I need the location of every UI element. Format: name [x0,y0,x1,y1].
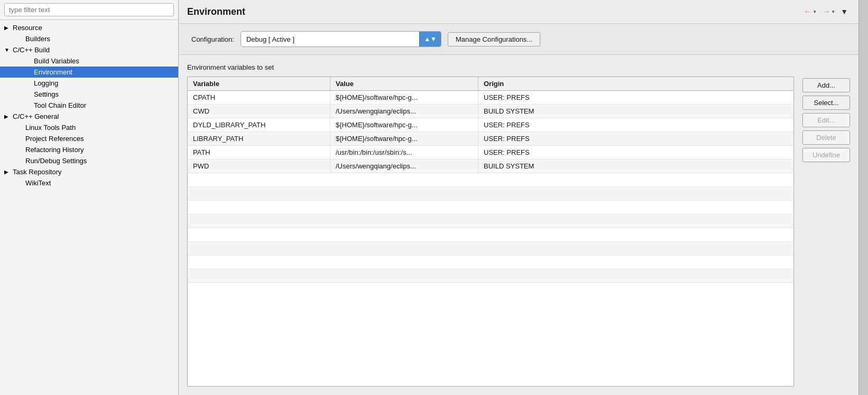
sidebar-item-resource[interactable]: ▶Resource [0,22,178,33]
sidebar-item-settings[interactable]: Settings [0,89,178,100]
cell-variable: CPATH [188,91,330,104]
sidebar-item-project-references[interactable]: Project References [0,133,178,144]
cell-value: /usr/bin:/bin:/usr/sbin:/s... [330,146,478,159]
empty-row [188,214,793,228]
add-button[interactable]: Add... [802,78,850,92]
sidebar-item-refactoring-history[interactable]: Refactoring History [0,144,178,155]
sidebar-item-label: C/C++ Build [13,46,50,54]
config-label: Configuration: [191,35,234,43]
table-body: CPATH${HOME}/software/hpc-g...USER: PREF… [188,91,793,283]
env-table: Variable Value Origin CPATH${HOME}/softw… [187,77,794,387]
table-row[interactable]: PATH/usr/bin:/bin:/usr/sbin:/s...USER: P… [188,146,793,159]
cell-value: /Users/wengqiang/eclips... [330,159,478,173]
tree-arrow-icon: ▼ [4,47,11,53]
sidebar-item-run-debug-settings[interactable]: Run/Debug Settings [0,155,178,166]
table-header: Variable Value Origin [188,77,793,91]
table-row[interactable]: CPATH${HOME}/software/hpc-g...USER: PREF… [188,91,793,105]
config-select-dropdown-button[interactable]: ▲▼ [419,32,441,46]
table-row[interactable]: CWD/Users/wengqiang/eclips...BUILD SYSTE… [188,105,793,118]
cell-origin: BUILD SYSTEM [478,159,793,173]
col-variable: Variable [188,77,330,90]
manage-configurations-button[interactable]: Manage Configurations... [448,32,540,46]
cell-variable: PWD [188,159,330,173]
sidebar-item-cpp-build[interactable]: ▼C/C++ Build [0,44,178,55]
table-row[interactable]: DYLD_LIBRARY_PATH${HOME}/software/hpc-g.… [188,118,793,132]
cell-origin: USER: PREFS [478,118,793,131]
sidebar-item-wikitext[interactable]: WikiText [0,177,178,189]
sidebar-item-label: Linux Tools Path [25,124,76,131]
back-caret-icon: ▼ [812,10,817,14]
back-arrow-icon: ← [804,7,812,16]
forward-caret-icon: ▼ [831,10,835,14]
cell-origin: BUILD SYSTEM [478,105,793,118]
sidebar-item-linux-tools-path[interactable]: Linux Tools Path [0,122,178,133]
sidebar-item-environment[interactable]: Environment [0,67,178,78]
cell-value: /Users/wengqiang/eclips... [330,105,478,118]
forward-button[interactable]: → ▼ [820,5,837,18]
sidebar-item-label: Project References [25,135,84,143]
sidebar-item-label: Refactoring History [25,146,84,154]
tree-arrow-icon: ▶ [4,114,11,119]
cell-variable: LIBRARY_PATH [188,132,330,145]
filter-input[interactable] [4,3,174,16]
config-select-text: Debug [ Active ] [241,33,419,46]
cell-origin: USER: PREFS [478,146,793,159]
sidebar-item-label: Environment [34,68,72,76]
table-row[interactable]: PWD/Users/wengqiang/eclips...BUILD SYSTE… [188,159,793,173]
sidebar-item-logging[interactable]: Logging [0,78,178,89]
sidebar-item-label: Tool Chain Editor [34,101,86,109]
sidebar: ▶ResourceBuilders▼C/C++ BuildBuild Varia… [0,0,179,395]
sidebar-item-label: WikiText [25,179,51,187]
configuration-row: Configuration: Debug [ Active ] ▲▼ Manag… [179,24,858,55]
col-origin: Origin [478,77,793,90]
cell-value: ${HOME}/software/hpc-g... [330,118,478,131]
col-value: Value [330,77,478,90]
empty-row [188,256,793,269]
menu-dropdown-button[interactable]: ▼ [838,6,850,17]
sidebar-item-label: Run/Debug Settings [25,157,87,165]
empty-row [188,269,793,283]
sidebar-item-label: Logging [34,79,58,87]
select-button[interactable]: Select... [802,96,850,110]
edit-button[interactable]: Edit... [802,113,850,127]
table-row[interactable]: LIBRARY_PATH${HOME}/software/hpc-g...USE… [188,132,793,146]
sidebar-item-task-repository[interactable]: ▶Task Repository [0,166,178,177]
sidebar-search-container [0,0,178,20]
header-icons: ← ▼ → ▼ ▼ [801,5,850,18]
main-header: Environment ← ▼ → ▼ ▼ [179,0,858,24]
sidebar-item-label: Settings [34,90,59,98]
cell-origin: USER: PREFS [478,91,793,104]
cell-variable: PATH [188,146,330,159]
sidebar-item-label: Resource [13,24,42,32]
empty-row [188,187,793,201]
sidebar-item-label: Task Repository [13,168,61,176]
delete-button[interactable]: Delete [802,130,850,145]
sidebar-item-cpp-general[interactable]: ▶C/C++ General [0,111,178,122]
main-panel: Environment ← ▼ → ▼ ▼ Configuration: Deb… [179,0,858,395]
cell-variable: CWD [188,105,330,118]
menu-dropdown-icon: ▼ [841,7,848,16]
cell-value: ${HOME}/software/hpc-g... [330,132,478,145]
empty-row [188,201,793,214]
tree-arrow-icon: ▶ [4,169,11,175]
tree-arrow-icon: ▶ [4,25,11,31]
sidebar-item-label: Builders [25,35,50,43]
content-area: Environment variables to set Variable Va… [179,55,858,395]
sidebar-item-build-variables[interactable]: Build Variables [0,55,178,67]
empty-row [188,228,793,242]
cell-value: ${HOME}/software/hpc-g... [330,91,478,104]
sidebar-item-builders[interactable]: Builders [0,33,178,44]
sidebar-item-label: Build Variables [34,57,79,65]
empty-row [188,173,793,187]
empty-row [188,242,793,256]
right-scrollbar-area [858,0,868,395]
page-title: Environment [187,6,245,17]
cell-variable: DYLD_LIBRARY_PATH [188,118,330,131]
section-title: Environment variables to set [187,63,794,71]
sidebar-item-tool-chain-editor[interactable]: Tool Chain Editor [0,100,178,111]
config-dropdown-icon: ▲▼ [424,35,437,43]
sidebar-tree: ▶ResourceBuilders▼C/C++ BuildBuild Varia… [0,20,178,395]
back-button[interactable]: ← ▼ [801,5,819,18]
undefine-button[interactable]: Undefine [802,148,850,162]
forward-arrow-icon: → [822,7,830,16]
